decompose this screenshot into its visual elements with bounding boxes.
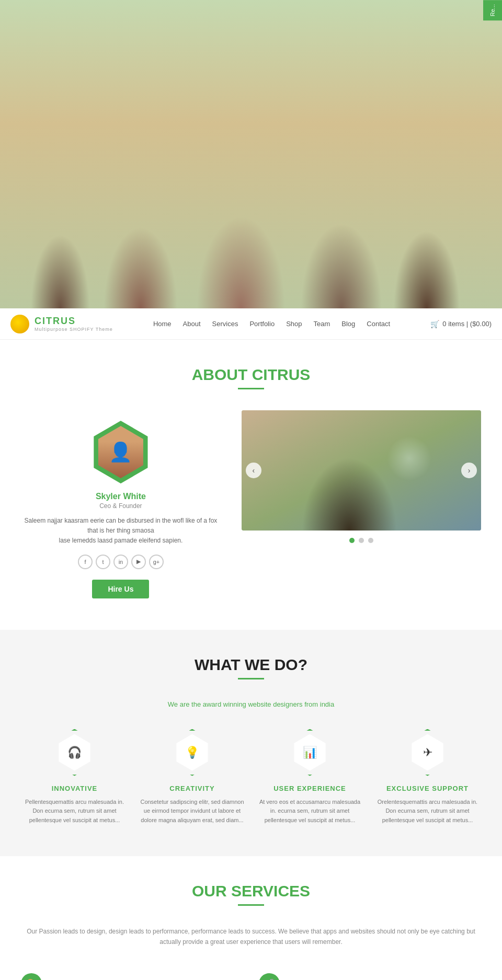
nav-shop[interactable]: Shop bbox=[286, 320, 302, 328]
hire-us-button[interactable]: Hire Us bbox=[92, 580, 149, 598]
slider-dot-2[interactable] bbox=[359, 538, 364, 543]
cart-count: 0 items | ($0.00) bbox=[442, 320, 492, 328]
chart-icon: 📊 bbox=[303, 746, 317, 759]
social-linkedin[interactable]: in bbox=[113, 555, 128, 569]
register-button[interactable]: Re... bbox=[483, 0, 502, 20]
service-branding: 🎨 IDENTITY & BRANDING A beautiful produc… bbox=[21, 968, 243, 980]
cart-icon: 🛒 bbox=[430, 320, 439, 328]
social-youtube[interactable]: ▶ bbox=[131, 555, 146, 569]
nav-services[interactable]: Services bbox=[212, 320, 238, 328]
services-underline bbox=[238, 904, 264, 906]
services-title: OUR SERVICES bbox=[21, 882, 481, 900]
slider-dot-1[interactable] bbox=[349, 538, 355, 543]
avatar: 👤 bbox=[89, 421, 152, 483]
about-content: 👤 Skyler White Ceo & Founder Saleem najj… bbox=[21, 410, 481, 598]
plane-icon: ✈ bbox=[423, 746, 432, 759]
person-title: Ceo & Founder bbox=[99, 502, 142, 510]
slider-image bbox=[242, 410, 481, 531]
feature-hex-innovative: 🎧 bbox=[51, 729, 98, 776]
services-subtitle: Our Passion leads to design, design lead… bbox=[21, 927, 481, 947]
feature-hex-creativity: 💡 bbox=[169, 729, 216, 776]
feature-desc-innovative: Pellentesquemattis arcu malesuada in. Do… bbox=[21, 798, 128, 825]
whatwedo-subtitle: We are the award winning website designe… bbox=[21, 700, 481, 708]
hero-section: Re... bbox=[0, 0, 502, 308]
hero-image bbox=[0, 0, 502, 308]
nav-home[interactable]: Home bbox=[153, 320, 172, 328]
service-webdesign: 🎤 MOBILE & WEB DESIGN We design beautifu… bbox=[259, 968, 481, 980]
headphones-icon: 🎧 bbox=[67, 746, 82, 759]
feature-support: ✈ EXCLUSIVE SUPPORT Orelentesquemattis a… bbox=[374, 729, 481, 825]
logo-subtitle: Multipurpose SHOPIFY Theme bbox=[35, 327, 113, 332]
branding-icon: 🎨 bbox=[21, 973, 42, 980]
nav-team[interactable]: Team bbox=[314, 320, 330, 328]
feature-hex-ux: 📊 bbox=[287, 729, 334, 776]
whatwedo-underline bbox=[238, 678, 264, 679]
slider-prev[interactable]: ‹ bbox=[246, 463, 261, 478]
feature-desc-ux: At vero eos et accusamarcu malesuada in.… bbox=[256, 798, 363, 825]
feature-desc-creativity: Consetetur sadipscing elitr, sed diamnon… bbox=[139, 798, 246, 825]
nav-portfolio[interactable]: Portfolio bbox=[249, 320, 275, 328]
nav-about[interactable]: About bbox=[183, 320, 201, 328]
slider-dots bbox=[242, 538, 481, 543]
whatwedo-section: WHAT WE DO? We are the award winning web… bbox=[0, 630, 502, 857]
slider-dot-3[interactable] bbox=[368, 538, 373, 543]
social-icons: f t in ▶ g+ bbox=[78, 555, 164, 569]
feature-title-ux: USER EXPERIENCE bbox=[273, 785, 346, 792]
slider: ‹ › bbox=[242, 410, 481, 531]
about-person: 👤 Skyler White Ceo & Founder Saleem najj… bbox=[21, 410, 221, 598]
cart-area[interactable]: 🛒 0 items | ($0.00) bbox=[430, 320, 492, 328]
feature-desc-support: Orelentesquemattis arcu malesuada in. Do… bbox=[374, 798, 481, 825]
logo-icon bbox=[10, 315, 29, 333]
feature-title-support: EXCLUSIVE SUPPORT bbox=[386, 785, 469, 792]
navbar: CITRUS Multipurpose SHOPIFY Theme Home A… bbox=[0, 308, 502, 340]
nav-contact[interactable]: Contact bbox=[367, 320, 390, 328]
feature-title-innovative: INNOVATIVE bbox=[52, 785, 98, 792]
feature-creativity: 💡 CREATIVITY Consetetur sadipscing elitr… bbox=[139, 729, 246, 825]
about-slider: ‹ › bbox=[242, 410, 481, 543]
nav-links: Home About Services Portfolio Shop Team … bbox=[113, 320, 431, 328]
person-name: Skyler White bbox=[96, 492, 146, 501]
feature-hex-support: ✈ bbox=[404, 729, 451, 776]
social-facebook[interactable]: f bbox=[78, 555, 93, 569]
service-webdesign-header: 🎤 MOBILE & WEB DESIGN bbox=[259, 973, 481, 980]
services-grid: 🎨 IDENTITY & BRANDING A beautiful produc… bbox=[21, 968, 481, 980]
logo-area: CITRUS Multipurpose SHOPIFY Theme bbox=[10, 315, 113, 333]
social-twitter[interactable]: t bbox=[96, 555, 110, 569]
nav-blog[interactable]: Blog bbox=[341, 320, 355, 328]
services-section: OUR SERVICES Our Passion leads to design… bbox=[0, 856, 502, 980]
bulb-icon: 💡 bbox=[185, 746, 199, 759]
slider-next[interactable]: › bbox=[461, 463, 477, 478]
whatwedo-title: WHAT WE DO? bbox=[21, 656, 481, 674]
about-title: ABOUT CITRUS bbox=[21, 366, 481, 384]
logo-text: CITRUS Multipurpose SHOPIFY Theme bbox=[35, 316, 113, 332]
logo-name: CITRUS bbox=[35, 316, 113, 327]
about-underline bbox=[238, 388, 264, 389]
features-grid: 🎧 INNOVATIVE Pellentesquemattis arcu mal… bbox=[21, 729, 481, 825]
person-desc: Saleem najjar kaasram eerie can be disbu… bbox=[21, 516, 221, 546]
service-branding-header: 🎨 IDENTITY & BRANDING bbox=[21, 973, 243, 980]
about-section: ABOUT CITRUS 👤 Skyler White Ceo & Founde… bbox=[0, 340, 502, 630]
feature-innovative: 🎧 INNOVATIVE Pellentesquemattis arcu mal… bbox=[21, 729, 128, 825]
feature-ux: 📊 USER EXPERIENCE At vero eos et accusam… bbox=[256, 729, 363, 825]
webdesign-icon: 🎤 bbox=[259, 973, 280, 980]
social-googleplus[interactable]: g+ bbox=[149, 555, 164, 569]
feature-title-creativity: CREATIVITY bbox=[169, 785, 214, 792]
